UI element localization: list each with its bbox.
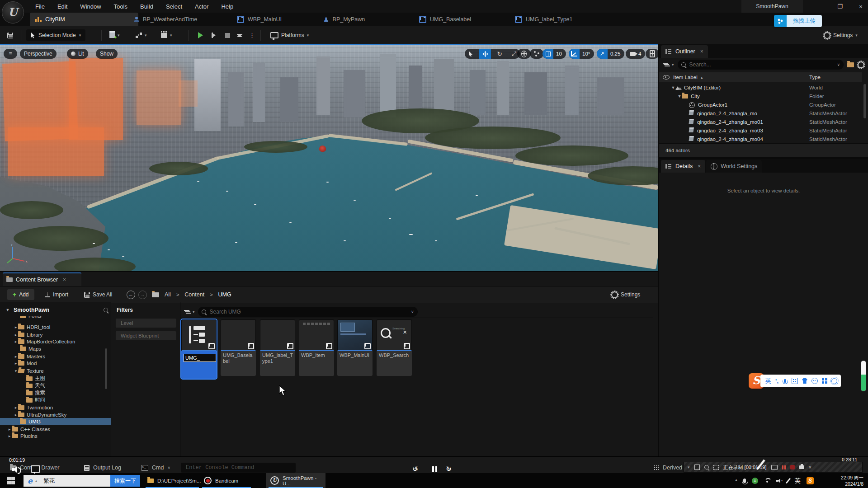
webcam-overlay-icon[interactable] [771, 465, 778, 470]
forward-button[interactable]: → [138, 286, 147, 303]
ime-skin-icon[interactable] [802, 378, 807, 384]
outliner-settings-icon[interactable] [858, 61, 864, 68]
asset-tile-umg-baselabel[interactable]: UMG_Baselabel [221, 319, 256, 376]
menu-help[interactable]: Help [215, 3, 240, 10]
tab-umg-baselabel[interactable]: UMG_Baselabel [414, 13, 476, 26]
outliner-row-folder[interactable]: ▼ CityFolder [659, 92, 862, 101]
tab-umg-label-type1[interactable]: UMG_label_Type1 [509, 13, 578, 26]
sources-scrollbar[interactable] [105, 348, 107, 389]
visibility-column-icon[interactable] [663, 75, 670, 80]
menu-select[interactable]: Select [160, 3, 189, 10]
unreal-logo-icon[interactable]: U [2, 1, 24, 23]
folder-row-tianqi[interactable]: 天气 [0, 382, 111, 389]
microphone-tray-icon[interactable] [743, 479, 746, 483]
selection-mode-dropdown[interactable]: Selection Mode▾ [26, 26, 85, 44]
pause-overlay-button[interactable] [432, 466, 437, 472]
recorder-zoom-icon[interactable] [704, 465, 709, 469]
ime-voice-icon[interactable] [784, 379, 786, 383]
asset-filter-icon[interactable] [184, 310, 189, 314]
column-item-label[interactable]: Item Label [673, 75, 698, 80]
menu-window[interactable]: Window [74, 3, 107, 10]
screenshot-icon[interactable] [799, 465, 804, 469]
pen-tray-icon[interactable] [786, 478, 791, 483]
taskbar-search-widget[interactable]: e ▴ 繁花 搜索一下 [24, 475, 140, 487]
tab-wbp-mainui[interactable]: WBP_MainUI [231, 13, 287, 26]
outliner-row-world[interactable]: ▼ CityBIM (Editor)World [659, 83, 862, 92]
column-type[interactable]: Type [809, 75, 821, 80]
start-button[interactable] [7, 477, 15, 484]
outliner-scrollbar[interactable] [863, 84, 866, 118]
subtitle-overlay-icon[interactable] [31, 465, 40, 473]
stop-button[interactable] [225, 26, 230, 44]
asset-filter-chevron[interactable]: ▾ [193, 310, 195, 314]
asset-search-input[interactable] [209, 308, 408, 315]
pause-recording-button[interactable] [782, 465, 786, 469]
viewport-perspective-dropdown[interactable]: Perspective [20, 49, 57, 59]
add-actor-dropdown[interactable]: +▾ [109, 26, 120, 44]
import-button[interactable]: Import [45, 286, 68, 303]
close-tab-icon[interactable]: × [700, 48, 703, 55]
ime-mode-indicator[interactable]: 英 [795, 477, 801, 485]
folder-row-ultradynamicsky[interactable]: ▸UltraDynamicSky [0, 411, 111, 418]
blueprints-dropdown[interactable]: ▾ [136, 26, 147, 44]
close-tab-icon[interactable]: × [63, 277, 66, 283]
console-input[interactable] [185, 464, 292, 471]
asset-tile-wbp-item[interactable]: WBP_Item [299, 319, 334, 376]
filter-widget-blueprint[interactable]: Widget Blueprint [115, 331, 176, 340]
rename-input[interactable] [184, 354, 216, 362]
crumb-content[interactable]: Content [184, 291, 204, 298]
folder-row-texture[interactable]: ▾Texture [0, 367, 111, 374]
grid-snap-control[interactable]: 10 [542, 49, 566, 59]
rewind-10-button[interactable]: ↺10 [412, 465, 418, 473]
restore-button[interactable]: ❐ [835, 3, 844, 10]
tab-content-browser[interactable]: Content Browser × [3, 272, 81, 286]
ime-assistant-icon[interactable] [811, 378, 818, 384]
viewport-options-menu[interactable]: ≡ [4, 49, 17, 59]
menu-actor[interactable]: Actor [189, 3, 215, 10]
tray-expand-icon[interactable]: ▾ [735, 478, 737, 483]
asset-tile-umg-label-type1[interactable]: UMG_label_Type1 [260, 319, 295, 376]
viewport-lit-dropdown[interactable]: Lit [67, 49, 88, 59]
outliner-row-mesh[interactable]: qingdao_2-4_zhangla_mo01StaticMeshActor [659, 117, 862, 127]
asset-tile-umg-renaming[interactable] [181, 319, 217, 379]
folder-row-masters[interactable]: ▸Masters [0, 353, 111, 360]
outliner-row-mesh[interactable]: qingdao_2-4_zhangla_mo04StaticMeshActor [659, 135, 862, 144]
path-folder-icon[interactable] [152, 286, 159, 303]
tab-bp-mypawn[interactable]: ♟ BP_MyPawn [318, 13, 370, 26]
platforms-dropdown[interactable]: Platforms▾ [270, 26, 309, 44]
tab-citybim[interactable]: CityBIM [30, 13, 138, 26]
taskbar-app-bandicam[interactable]: Bandicam [199, 473, 254, 488]
ime-keyboard-icon[interactable] [792, 378, 798, 384]
asset-search[interactable]: ∨ [198, 307, 418, 317]
asset-tile-wbp-search[interactable]: Searching × WBP_Search [377, 319, 412, 376]
cmd-dropdown[interactable]: Cmd∨ [141, 462, 170, 473]
outliner-filter-chevron[interactable]: ▾ [672, 62, 674, 67]
outliner-filter-icon[interactable] [663, 63, 668, 66]
netdisk-upload-badge[interactable]: 拖拽上传 [774, 15, 822, 27]
play-options-button[interactable]: ⋮ [249, 26, 255, 44]
root-expander[interactable]: ▼ [5, 308, 10, 312]
outliner-row-mesh[interactable]: qingdao_2-4_zhangla_mo03StaticMeshActor [659, 126, 862, 135]
output-log-button[interactable]: Output Log [84, 462, 121, 473]
skip-to-button[interactable] [212, 26, 216, 44]
folder-row-umg-selected[interactable]: UMG [0, 418, 111, 425]
folder-row-cpp-classes[interactable]: ▸C++ Classes [0, 426, 111, 432]
viewport-3d[interactable]: ≡ Perspective Lit Show ↻ ⤢ 10 10 [0, 44, 658, 272]
rotation-snap-control[interactable]: 10° [569, 49, 594, 59]
folder-row-library[interactable]: ▸Library [0, 331, 111, 338]
recorder-close-icon[interactable]: × [809, 465, 811, 470]
search-chevron[interactable]: ∨ [411, 310, 414, 314]
tab-outliner[interactable]: Outliner × [661, 45, 708, 58]
green-plus-tray-icon[interactable]: + [752, 478, 758, 484]
stop-recording-button[interactable] [790, 465, 795, 469]
volume-muted-icon[interactable]: × [776, 479, 782, 483]
folder-row-sousuo[interactable]: 搜索 [0, 389, 111, 396]
folder-row-twinmotion[interactable]: ▸Twinmotion [0, 404, 111, 411]
sources-search-icon[interactable] [104, 308, 108, 312]
search-options-chevron[interactable]: ∨ [837, 62, 840, 67]
sogou-tray-icon[interactable]: S [807, 477, 814, 484]
taskbar-clock[interactable]: 22:09 周一 2024/1/8 [841, 475, 863, 487]
network-icon[interactable] [764, 478, 770, 483]
asset-tile-wbp-mainui[interactable]: WBP_MainUI [337, 319, 373, 376]
save-all-button[interactable]: Save All [84, 286, 112, 303]
